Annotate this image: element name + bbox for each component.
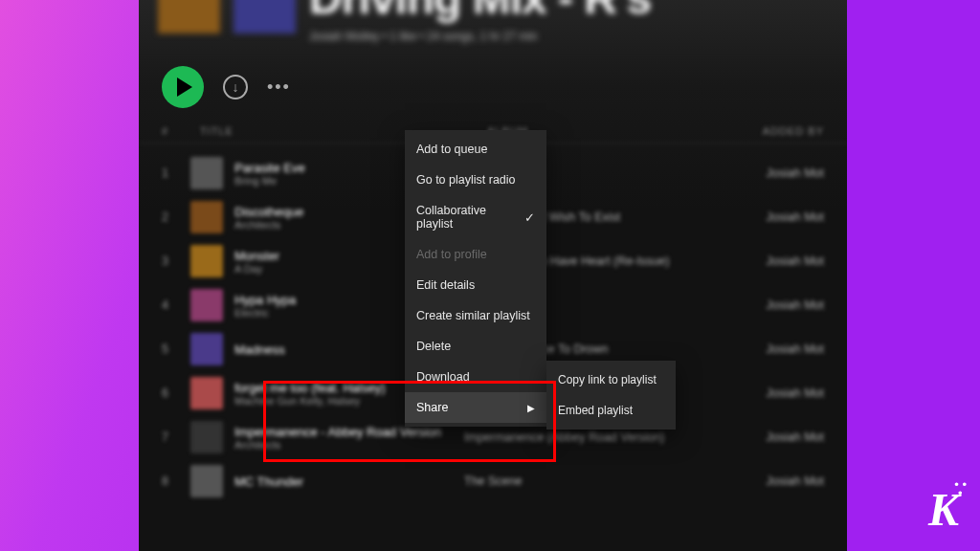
track-art	[190, 289, 223, 321]
play-icon	[177, 77, 192, 97]
menu-download[interactable]: Download	[405, 362, 546, 392]
playlist-subtitle: Josiah Motley • 1 like • 24 songs, 1 hr …	[309, 30, 651, 43]
track-art	[190, 377, 223, 409]
track-art	[190, 333, 223, 365]
cover-art-2	[234, 0, 296, 33]
menu-collaborative[interactable]: Collaborative playlist✓	[405, 195, 546, 239]
menu-create-similar[interactable]: Create similar playlist	[405, 300, 546, 331]
track-row[interactable]: 8 MC Thunder The Scene Josiah Mot	[162, 459, 824, 503]
submenu-embed[interactable]: Embed playlist	[546, 395, 676, 426]
menu-delete[interactable]: Delete	[405, 331, 546, 362]
menu-add-to-queue[interactable]: Add to queue	[405, 134, 546, 165]
submenu-copy-link[interactable]: Copy link to playlist	[546, 364, 676, 395]
menu-playlist-radio[interactable]: Go to playlist radio	[405, 165, 546, 195]
menu-add-to-profile: Add to profile	[405, 239, 546, 270]
play-button[interactable]	[162, 66, 204, 108]
track-art	[190, 421, 223, 453]
context-menu: Add to queue Go to playlist radio Collab…	[405, 130, 546, 427]
track-art	[190, 201, 223, 233]
playlist-header: Driving Mix - R's Josiah Motley • 1 like…	[139, 0, 847, 43]
share-submenu: Copy link to playlist Embed playlist	[546, 361, 676, 430]
check-icon: ✓	[524, 210, 535, 225]
menu-share[interactable]: Share▶	[405, 392, 546, 423]
cover-art	[158, 0, 220, 33]
more-options-button[interactable]: •••	[267, 77, 291, 98]
track-art	[190, 245, 223, 277]
menu-edit-details[interactable]: Edit details	[405, 270, 546, 300]
watermark-logo: K	[928, 483, 959, 536]
track-art	[190, 157, 223, 189]
download-button[interactable]: ↓	[223, 75, 248, 99]
playback-controls: ↓ •••	[139, 43, 847, 120]
track-art	[190, 465, 223, 497]
spotify-window: Driving Mix - R's Josiah Motley • 1 like…	[139, 0, 847, 551]
chevron-right-icon: ▶	[527, 403, 535, 413]
col-added-by: ADDED BY	[679, 125, 824, 137]
col-number: #	[162, 125, 200, 137]
playlist-title: Driving Mix - R's	[309, 0, 651, 24]
